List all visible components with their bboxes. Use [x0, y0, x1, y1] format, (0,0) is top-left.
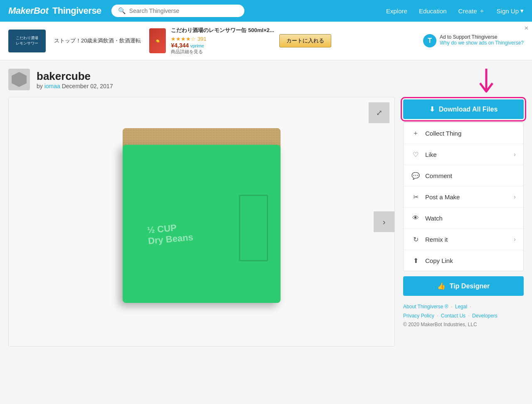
cube-label: ½ CUPDry Beans [147, 221, 194, 246]
tip-icon: 👍 [437, 282, 446, 290]
thing-image: ½ CUPDry Beans [114, 128, 289, 315]
nav-create[interactable]: Create ＋ [458, 7, 485, 15]
footer-links: About Thingiverse ® · Legal · Privacy Po… [403, 302, 524, 330]
sidebar: ⬇ Download All Files ＋ Collect Thing ♡ L… [403, 69, 524, 347]
main-image-container: ½ CUPDry Beans ⤢ › [8, 97, 395, 347]
download-all-button[interactable]: ⬇ Download All Files [403, 99, 524, 119]
logo[interactable]: MakerBot Thingiverse [8, 5, 101, 16]
like-chevron-icon: › [514, 151, 516, 158]
next-image-button[interactable]: › [374, 211, 394, 232]
cube-groove [239, 195, 268, 261]
arrow-annotation [403, 69, 524, 98]
copy-link-icon: ⬆ [411, 256, 420, 265]
ad-text: ストップ！20歳未満飲酒・飲酒運転 [54, 37, 141, 45]
footer-about-link[interactable]: About Thingiverse ® [403, 304, 448, 310]
footer-developers-link[interactable]: Developers [472, 313, 498, 319]
author-link[interactable]: iomaa [44, 83, 60, 89]
footer-copyright: © 2020 MakerBot Industries, LLC [403, 320, 524, 330]
main-nav: Explore Education Create ＋ Sign Up ▾ [386, 7, 524, 15]
ad-logo: こだわり濃場レモンサワー [8, 30, 46, 52]
comment-icon: 💬 [411, 171, 420, 180]
avatar-shape [12, 72, 27, 87]
logo-thingiverse: Thingiverse [52, 5, 101, 16]
content-area: bakercube by iomaa December 02, 2017 ½ C… [8, 69, 395, 347]
watch-item[interactable]: 👁 Watch [404, 208, 523, 229]
copy-link-item[interactable]: ⬆ Copy Link [404, 250, 523, 271]
main-image: ½ CUPDry Beans [9, 97, 394, 346]
ad-support-text: Ad to Support Thingiverse Why do we show… [440, 34, 524, 46]
post-make-icon: ✂ [411, 192, 420, 201]
plus-icon: ＋ [479, 7, 485, 15]
ad-product: 🍋 こだわり酒場のレモンサワー缶 500ml×2... ★★★★☆ 391 ¥4… [149, 27, 331, 55]
collect-thing-item[interactable]: ＋ Collect Thing [404, 123, 523, 144]
search-input[interactable] [129, 7, 238, 14]
tip-designer-button[interactable]: 👍 Tip Designer [403, 276, 524, 296]
search-icon: 🔍 [118, 7, 126, 15]
ad-content: こだわり濃場レモンサワー ストップ！20歳未満飲酒・飲酒運転 🍋 こだわり酒場の… [8, 27, 423, 55]
footer-contact-link[interactable]: Contact Us [441, 313, 466, 319]
search-bar[interactable]: 🔍 [111, 5, 244, 17]
post-make-chevron-icon: › [514, 193, 516, 200]
red-arrow-icon [474, 69, 499, 98]
expand-button[interactable]: ⤢ [369, 102, 389, 123]
post-make-item[interactable]: ✂ Post a Make › [404, 186, 523, 208]
like-item[interactable]: ♡ Like › [404, 144, 523, 165]
thing-author: by iomaa December 02, 2017 [37, 83, 113, 89]
ad-can-image: 🍋 [149, 28, 166, 53]
remix-item[interactable]: ↻ Remix it › [404, 229, 523, 250]
main-container: bakercube by iomaa December 02, 2017 ½ C… [0, 60, 532, 355]
header: MakerBot Thingiverse 🔍 Explore Education… [0, 0, 532, 22]
download-icon: ⬇ [429, 105, 435, 113]
nav-explore[interactable]: Explore [386, 7, 407, 15]
ad-t-logo: T [423, 34, 436, 47]
avatar [8, 69, 30, 90]
ad-support: T Ad to Support Thingiverse Why do we sh… [423, 34, 524, 47]
thing-title: bakercube [37, 70, 113, 83]
logo-makerbot: MakerBot [8, 5, 48, 16]
ad-close-icon[interactable]: ✕ [524, 25, 529, 31]
ad-banner: こだわり濃場レモンサワー ストップ！20歳未満飲酒・飲酒運転 🍋 こだわり酒場の… [0, 22, 532, 60]
thing-info: bakercube by iomaa December 02, 2017 [37, 70, 113, 89]
ad-product-info: こだわり酒場のレモンサワー缶 500ml×2... ★★★★☆ 391 ¥4,3… [171, 27, 274, 55]
cube-body: ½ CUPDry Beans [123, 145, 281, 303]
remix-icon: ↻ [411, 235, 420, 244]
like-icon: ♡ [411, 150, 420, 159]
comment-item[interactable]: 💬 Comment [404, 165, 523, 186]
ad-stars: ★★★★☆ 391 [171, 36, 274, 42]
footer-privacy-link[interactable]: Privacy Policy [403, 313, 434, 319]
footer-legal-link[interactable]: Legal [455, 304, 467, 310]
ad-buy-button[interactable]: カートに入れる [279, 34, 331, 47]
chevron-down-icon: ▾ [520, 7, 524, 15]
collect-icon: ＋ [411, 129, 420, 138]
remix-chevron-icon: › [514, 236, 516, 243]
nav-signup[interactable]: Sign Up ▾ [497, 7, 524, 15]
watch-icon: 👁 [411, 213, 420, 223]
nav-education[interactable]: Education [419, 7, 447, 15]
action-list: ＋ Collect Thing ♡ Like › 💬 Comment [403, 122, 524, 271]
ad-why-link[interactable]: Why do we show ads on Thingiverse? [440, 40, 524, 46]
thing-header: bakercube by iomaa December 02, 2017 [8, 69, 395, 90]
